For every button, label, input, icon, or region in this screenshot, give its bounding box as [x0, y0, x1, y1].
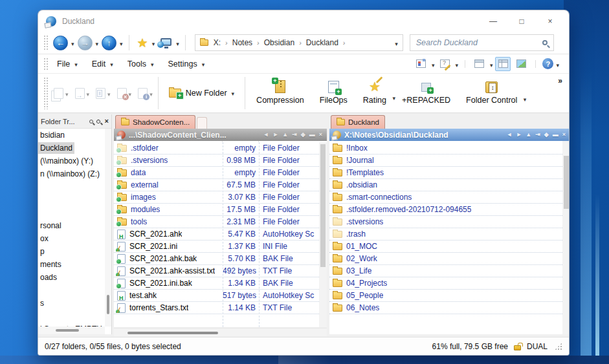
toolbar-small-button[interactable] — [137, 86, 154, 100]
file-row[interactable]: test.ahk517 bytesAutoHotkey Sc — [114, 290, 319, 302]
pane-title-bar[interactable]: ...\ShadowContent_Clien... ◄►▲⇥◆▬× — [114, 129, 327, 141]
search-box[interactable]: Search Duckland — [410, 34, 554, 51]
toolbar-button[interactable]: Folder Control — [459, 79, 524, 109]
menu[interactable]: Edit — [85, 57, 120, 71]
dual-pane-layout-icon[interactable] — [495, 57, 511, 71]
folder-row[interactable]: 06_Notes — [329, 302, 562, 314]
vertical-scrollbar[interactable] — [319, 142, 327, 327]
tree-search-icon[interactable] — [89, 120, 93, 123]
folder-row[interactable]: .stversions — [329, 216, 562, 228]
toolbar-grip[interactable] — [43, 77, 48, 109]
file-row[interactable]: SCR_2021.ini1.37 KBINI File — [114, 241, 319, 253]
scrollbar-thumb[interactable] — [56, 329, 79, 332]
dropdown-caret-icon[interactable] — [87, 87, 90, 99]
pane-forward-button[interactable]: ► — [516, 132, 522, 138]
scrollbar-thumb[interactable] — [127, 332, 218, 334]
dropdown-caret-icon[interactable] — [490, 58, 493, 70]
tree-item[interactable] — [38, 310, 105, 323]
tree-item[interactable] — [38, 193, 105, 206]
file-row[interactable]: SCR_2021.ahk5.47 KBAutoHotkey Sc — [114, 228, 319, 241]
folder-row[interactable]: 01_MOC — [329, 241, 562, 253]
toolbar-grip[interactable] — [43, 58, 48, 70]
up-button[interactable] — [102, 36, 116, 50]
toolbar-small-button[interactable] — [52, 86, 70, 100]
pane-maximize-button[interactable]: ▬ — [553, 132, 559, 138]
tree-item[interactable]: ox — [38, 232, 105, 245]
folder-row[interactable]: 04_Projects — [329, 277, 562, 290]
tree-item[interactable]: p — [38, 245, 105, 258]
file-row[interactable]: external67.5 MBFile Folder — [114, 179, 319, 191]
folder-row[interactable]: 05_People — [329, 290, 562, 302]
tree-item[interactable]: oads — [38, 271, 105, 284]
tree-item[interactable] — [38, 206, 105, 219]
horizontal-scrollbar[interactable] — [114, 328, 327, 336]
dropdown-caret-icon[interactable] — [107, 87, 111, 99]
dropdown-caret-icon[interactable] — [129, 87, 132, 99]
breadcrumb-segment[interactable]: Notes — [232, 38, 264, 47]
menu[interactable]: Settings — [161, 57, 212, 71]
tree-item[interactable]: Duckland — [38, 142, 105, 155]
network-computer-icon[interactable] — [161, 38, 172, 46]
forward-dropdown-icon[interactable] — [96, 37, 99, 48]
scrollbar-thumb[interactable] — [564, 156, 569, 209]
folder-row[interactable]: !Journal — [329, 155, 562, 167]
toolbar-small-button[interactable] — [94, 86, 112, 100]
tree-pin-icon[interactable] — [95, 118, 100, 123]
dropdown-caret-icon[interactable] — [524, 94, 527, 103]
tree-vertical-scrollbar[interactable] — [105, 129, 111, 327]
pane-back-button[interactable]: ◄ — [263, 132, 269, 138]
resize-grip[interactable] — [555, 343, 562, 350]
toolbar-button[interactable]: FileOps — [313, 78, 355, 109]
folder-row[interactable]: .trash — [329, 228, 562, 241]
search-icon[interactable] — [542, 40, 548, 45]
address-breadcrumb-bar[interactable]: X:NotesObsidianDuckland — [195, 34, 403, 51]
tree-close-icon[interactable]: × — [105, 118, 109, 125]
dropdown-caret-icon[interactable] — [232, 89, 235, 98]
favorites-dropdown-icon[interactable] — [152, 37, 155, 48]
tree-item[interactable]: rsonal — [38, 219, 105, 232]
tab-shadowcontent[interactable]: ShadowConten... — [115, 115, 195, 129]
file-row[interactable]: .stversions0.98 MBFile Folder — [114, 155, 319, 167]
folder-row[interactable]: .smart-connections — [329, 191, 562, 204]
menu[interactable]: File — [50, 57, 85, 71]
dropdown-caret-icon[interactable] — [556, 58, 559, 70]
vertical-scrollbar[interactable] — [562, 141, 570, 334]
toolbar-overflow-chevron[interactable]: » — [558, 76, 562, 85]
tree-item[interactable]: s — [38, 297, 105, 310]
toolbar-small-button[interactable] — [74, 86, 91, 100]
tree-item[interactable]: ments — [38, 258, 105, 271]
dropdown-caret-icon[interactable] — [65, 87, 69, 99]
pane-up-button[interactable]: ▲ — [282, 132, 288, 138]
toolbar-button[interactable]: Compression — [249, 78, 311, 109]
dropdown-caret-icon[interactable] — [455, 58, 458, 70]
file-row[interactable]: modules17.5 MBFile Folder — [114, 204, 319, 216]
scrollbar-thumb[interactable] — [107, 295, 109, 314]
folder-row[interactable]: .obsidian — [329, 179, 562, 191]
pane-title-bar[interactable]: X:\Notes\Obsidian\Duckland ◄►▲⇥◆▬× — [329, 129, 570, 141]
new-folder-button[interactable]: New Folder — [162, 85, 241, 102]
tree-item[interactable] — [38, 284, 105, 297]
tab-duckland[interactable]: Duckland — [331, 115, 385, 129]
tree-item[interactable]: n (\\mainbox) (Z:) — [38, 167, 105, 180]
file-row[interactable]: tools2.31 MBFile Folder — [114, 216, 319, 228]
filter-edit-icon[interactable] — [437, 57, 452, 71]
file-row[interactable]: SCR_2021.ahk-assist.txt492 bytesTXT File — [114, 265, 319, 277]
toolbar-button[interactable]: +REPACKED — [395, 80, 458, 109]
pane-forward-button[interactable]: ► — [272, 132, 278, 138]
unlocked-padlock-icon[interactable] — [514, 345, 521, 350]
menu[interactable]: Tools — [120, 57, 161, 71]
pane-split-button[interactable]: ◆ — [301, 132, 305, 138]
single-pane-layout-icon[interactable] — [472, 57, 487, 71]
close-button[interactable]: × — [544, 17, 556, 26]
preview-pane-icon[interactable] — [513, 57, 529, 71]
tree-item[interactable]: bsidian — [38, 129, 105, 142]
scrollbar-thumb[interactable] — [320, 144, 326, 267]
file-row[interactable]: images3.07 KBFile Folder — [114, 191, 319, 204]
pane-maximize-button[interactable]: ▬ — [309, 132, 315, 138]
breadcrumb-segment[interactable]: Duckland — [306, 38, 350, 47]
file-row[interactable]: SCR_2021.ini.bak1.34 KBBAK File — [114, 277, 319, 290]
maximize-button[interactable]: □ — [516, 17, 527, 26]
file-row[interactable]: .stfolderemptyFile Folder — [114, 142, 319, 155]
pane-dock-button[interactable]: ⇥ — [292, 132, 297, 138]
network-dropdown-icon[interactable] — [176, 37, 179, 48]
